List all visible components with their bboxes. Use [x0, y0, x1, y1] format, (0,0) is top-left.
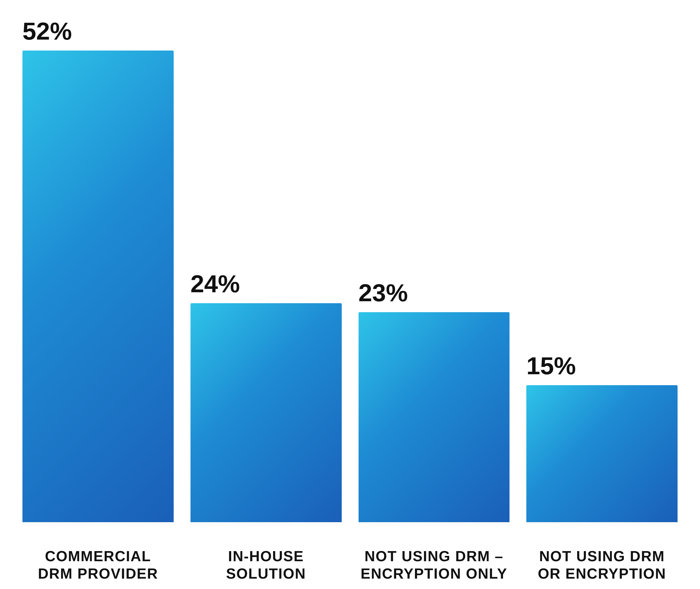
- bar-encryption-only: [359, 312, 510, 522]
- labels-area: COMMERCIAL DRM PROVIDER IN-HOUSE SOLUTIO…: [22, 539, 678, 583]
- label-in-house: IN-HOUSE SOLUTION: [191, 548, 342, 583]
- bar-value-in-house: 24%: [191, 269, 240, 298]
- bar-no-drm-no-encryption: [526, 385, 678, 522]
- label-no-drm-no-encryption: NOT USING DRM OR ENCRYPTION: [526, 548, 678, 583]
- chart-container: 52% 24% 23% 15% COMMERCIAL DRM PROVIDER …: [0, 0, 700, 589]
- bar-value-encryption-only: 23%: [359, 278, 408, 307]
- label-encryption-only: NOT USING DRM – ENCRYPTION ONLY: [359, 548, 510, 583]
- bar-in-house: [191, 303, 342, 522]
- bars-area: 52% 24% 23% 15%: [22, 17, 678, 539]
- bar-group-commercial-drm: 52%: [22, 17, 174, 522]
- bar-group-in-house: 24%: [191, 17, 342, 522]
- bar-value-commercial-drm: 52%: [22, 17, 72, 45]
- label-commercial-drm: COMMERCIAL DRM PROVIDER: [22, 548, 174, 583]
- bar-group-no-drm-no-encryption: 15%: [526, 17, 678, 522]
- bar-commercial-drm: [22, 50, 174, 522]
- bar-group-encryption-only: 23%: [359, 17, 510, 522]
- bar-value-no-drm-no-encryption: 15%: [526, 352, 576, 380]
